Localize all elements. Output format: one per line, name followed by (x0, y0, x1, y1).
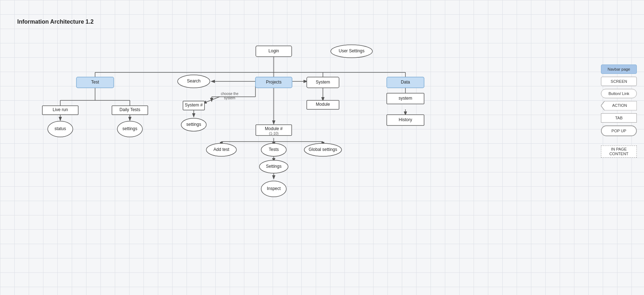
test-label: Test (91, 80, 99, 85)
live-run-label: Live run (53, 107, 68, 112)
module-label: Module (316, 102, 330, 107)
tests-label: Tests (269, 147, 279, 152)
login-label: Login (268, 48, 279, 53)
user-settings-label: User Settings (339, 48, 365, 53)
data-label: Data (401, 80, 410, 85)
legend-screen: SCREEN (601, 77, 637, 86)
module-hash-label: Module # (265, 126, 283, 131)
legend-tab: TAB (601, 113, 637, 123)
status-label: status (55, 126, 66, 131)
module-hash-sub-label: (1-10) (269, 132, 279, 135)
legend-popup: POP UP (601, 125, 637, 136)
projects-label: Projects (266, 80, 281, 85)
legend-button: Button/ Link (601, 89, 637, 98)
legend-action: ACTION (601, 101, 637, 110)
test-settings-label: Settings (266, 164, 281, 169)
global-settings-label: Global settings (309, 147, 337, 152)
search-label: Search (187, 78, 201, 84)
legend-navbar: Navbar page (601, 65, 637, 74)
diagram-svg: choose the system Login User Settings Te… (0, 0, 502, 295)
history-label: History (399, 117, 412, 122)
inspect-label: Inspect (267, 186, 281, 191)
add-test-label: Add test (213, 147, 230, 152)
system-hash-label: System # (185, 103, 203, 108)
settings-system-label: settings (186, 122, 201, 127)
system-nav-label: System (316, 80, 330, 85)
svg-text:choose the: choose the (221, 92, 239, 96)
svg-text:system: system (224, 96, 235, 100)
system-data-label: system (399, 96, 412, 101)
legend-inpage: IN PAGE CONTENT (601, 146, 637, 158)
daily-tests-label: Daily Tests (119, 107, 140, 112)
legend-panel: Navbar page SCREEN Button/ Link ACTION T… (601, 65, 637, 158)
settings-test-label: settings (122, 126, 137, 131)
svg-text:ACTION: ACTION (612, 103, 627, 108)
